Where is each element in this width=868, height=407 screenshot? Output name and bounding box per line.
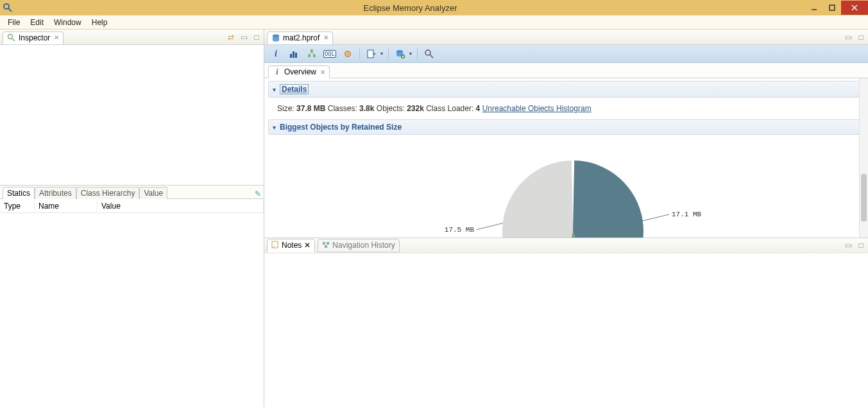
search-icon[interactable] xyxy=(423,48,436,60)
app-icon xyxy=(2,2,13,13)
right-pane: mat2.hprof ✕ ▭ □ i OQL ▾ ▾ xyxy=(264,30,868,407)
close-icon[interactable]: ✕ xyxy=(320,69,325,76)
workspace: Inspector ✕ ⇄ ▭ □ Statics Attributes Cla… xyxy=(0,30,868,407)
run-report-icon[interactable] xyxy=(365,48,378,60)
nav-history-label: Navigation History xyxy=(332,241,395,250)
tab-statics[interactable]: Statics xyxy=(3,187,35,199)
separator xyxy=(417,48,418,60)
section-biggest[interactable]: ▾ Biggest Objects by Retained Size xyxy=(268,119,864,135)
dropdown-caret-icon[interactable]: ▾ xyxy=(380,51,383,56)
tab-class-hierarchy[interactable]: Class Hierarchy xyxy=(76,187,140,199)
minimize-view-icon[interactable]: ▭ xyxy=(844,241,853,250)
pie-slice-label: 17.5 MB xyxy=(444,226,474,234)
svg-point-21 xyxy=(402,55,405,58)
tab-attributes[interactable]: Attributes xyxy=(35,187,76,199)
collapse-icon[interactable]: ▾ xyxy=(273,124,276,131)
close-icon[interactable]: ✕ xyxy=(54,34,59,41)
col-type[interactable]: Type xyxy=(0,200,35,212)
inspector-actions: ⇄ ▭ □ xyxy=(226,33,261,42)
window-controls xyxy=(805,1,868,15)
menu-bar: File Edit Window Help xyxy=(0,15,868,30)
inspector-tabbar: Inspector ✕ ⇄ ▭ □ xyxy=(0,30,264,45)
tab-overview[interactable]: i Overview ✕ xyxy=(268,65,330,78)
tab-notes[interactable]: Notes ✕ xyxy=(267,239,315,252)
classloader-value: 4 xyxy=(476,104,481,113)
maximize-button[interactable] xyxy=(823,1,841,15)
notes-icon xyxy=(271,241,279,250)
gear-icon[interactable] xyxy=(341,48,354,60)
inspector-table-empty xyxy=(0,213,264,407)
svg-line-7 xyxy=(12,39,15,41)
hprof-tab-label: mat2.hprof xyxy=(283,33,319,42)
editor-actions: ▭ □ xyxy=(844,33,865,42)
dominator-tree-icon[interactable] xyxy=(305,48,318,60)
svg-rect-19 xyxy=(368,50,373,58)
app-title: Eclipse Memory Analyzer xyxy=(15,3,805,13)
svg-point-22 xyxy=(425,50,430,55)
section-details[interactable]: ▾ Details xyxy=(268,81,864,98)
history-icon xyxy=(322,241,330,250)
scrollbar[interactable] xyxy=(859,78,868,238)
overview-tab-label: Overview xyxy=(284,67,316,76)
close-icon[interactable]: ✕ xyxy=(304,241,311,250)
tab-value[interactable]: Value xyxy=(139,187,167,199)
inspector-tab-label: Inspector xyxy=(19,33,50,42)
close-icon[interactable]: ✕ xyxy=(323,34,328,41)
query-browser-icon[interactable] xyxy=(394,48,407,60)
svg-rect-10 xyxy=(293,51,294,58)
bottom-tabbar: Notes ✕ Navigation History ▭ □ xyxy=(264,238,868,253)
svg-point-0 xyxy=(4,4,9,9)
svg-point-13 xyxy=(308,55,311,57)
col-name[interactable]: Name xyxy=(35,200,98,212)
oql-icon[interactable]: OQL xyxy=(323,48,336,60)
tab-inspector[interactable]: Inspector ✕ xyxy=(3,31,64,44)
inspector-lower-tabs: Statics Attributes Class Hierarchy Value… xyxy=(0,185,264,199)
menu-window[interactable]: Window xyxy=(49,17,87,28)
info-icon[interactable]: i xyxy=(269,48,282,60)
inspector-columns: Type Name Value xyxy=(0,199,264,213)
pie-slice-label: 17.1 MB xyxy=(672,211,702,218)
unreachable-link[interactable]: Unreachable Objects Histogram xyxy=(482,104,591,113)
col-value[interactable]: Value xyxy=(98,200,264,212)
pie-slice[interactable] xyxy=(502,160,573,237)
size-label: Size: xyxy=(277,104,294,113)
sync-icon[interactable]: ⇄ xyxy=(226,33,235,42)
maximize-view-icon[interactable]: □ xyxy=(856,241,865,250)
dropdown-caret-icon[interactable]: ▾ xyxy=(409,51,412,56)
minimize-button[interactable] xyxy=(805,1,823,15)
database-icon xyxy=(271,33,280,42)
notes-body[interactable] xyxy=(264,253,868,408)
left-pane: Inspector ✕ ⇄ ▭ □ Statics Attributes Cla… xyxy=(0,30,264,407)
collapse-icon[interactable]: ▾ xyxy=(273,86,276,93)
pie-slice[interactable] xyxy=(573,160,643,237)
svg-rect-30 xyxy=(327,242,329,245)
svg-line-15 xyxy=(309,52,312,55)
svg-line-23 xyxy=(430,55,433,58)
svg-rect-31 xyxy=(325,245,327,248)
overview-tabbar: i Overview ✕ xyxy=(264,63,868,78)
svg-rect-9 xyxy=(290,54,292,58)
close-button[interactable] xyxy=(841,1,868,15)
minimize-editor-icon[interactable]: ▭ xyxy=(844,33,853,42)
pin-icon[interactable]: ✎ xyxy=(255,189,261,198)
maximize-view-icon[interactable]: □ xyxy=(252,33,261,42)
size-value: 37.8 MB xyxy=(296,104,325,113)
minimize-view-icon[interactable]: ▭ xyxy=(239,33,248,42)
svg-rect-28 xyxy=(272,241,278,248)
section-biggest-label: Biggest Objects by Retained Size xyxy=(280,123,402,132)
tab-nav-history[interactable]: Navigation History xyxy=(318,239,399,252)
editor-toolbar: i OQL ▾ ▾ xyxy=(264,45,868,63)
classes-label: Classes: xyxy=(328,104,357,113)
svg-point-6 xyxy=(8,34,13,39)
info-icon: i xyxy=(273,67,282,76)
svg-line-1 xyxy=(8,8,12,12)
tab-hprof-file[interactable]: mat2.hprof ✕ xyxy=(267,31,333,44)
histogram-icon[interactable] xyxy=(287,48,300,60)
pie-chart: 17.1 MB1.7 MB1.4 MB17.5 MB Total: 37.8 M… xyxy=(268,139,864,238)
bottom-actions: ▭ □ xyxy=(844,241,865,250)
maximize-editor-icon[interactable]: □ xyxy=(856,33,865,42)
menu-help[interactable]: Help xyxy=(87,17,113,28)
menu-file[interactable]: File xyxy=(3,17,25,28)
details-summary: Size: 37.8 MB Classes: 3.8k Objects: 232… xyxy=(268,101,864,119)
menu-edit[interactable]: Edit xyxy=(25,17,49,28)
